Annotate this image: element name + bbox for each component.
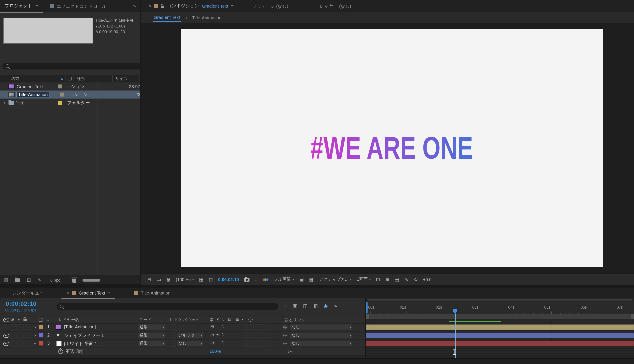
lock-icon[interactable] — [161, 6, 164, 8]
mode-column-label[interactable]: モード — [139, 317, 151, 323]
layer-row-3[interactable]: › 3 [ホワイト 平面 1] 通常▾ なし▾ 串 \ ◎ — [0, 340, 365, 348]
flowchart-icon[interactable]: ⊟ — [147, 277, 151, 282]
layer-row-2[interactable]: › 2 ★ シェイプレイヤー 1 通常▾ アルファ▾ 串 ☀ \ — [0, 331, 365, 340]
project-row-title-animation[interactable]: Title-Animation ...ション 23.970 — [0, 90, 140, 99]
layer-duration-bar[interactable] — [366, 332, 634, 338]
panel-menu-icon[interactable]: ≡ — [231, 4, 234, 8]
project-search-input[interactable] — [3, 63, 141, 70]
quality-icon[interactable]: \ — [222, 324, 223, 329]
tab-timeline-title-animation[interactable]: Title-Animation — [134, 290, 170, 296]
parent-link-column-label[interactable]: 親とリンク — [285, 317, 305, 323]
timeline-search-input[interactable] — [57, 303, 278, 310]
layer-name[interactable]: シェイプレイヤー 1 — [64, 332, 104, 339]
transparency-grid-icon[interactable]: ▦ — [309, 277, 314, 282]
expand-icon[interactable]: › — [33, 324, 37, 330]
blend-mode-select[interactable]: 通常▾ — [138, 332, 165, 338]
panel-menu-icon[interactable]: ≡ — [36, 4, 38, 8]
show-snapshot-icon[interactable]: ◌ — [255, 277, 258, 282]
pixel-aspect-icon[interactable]: ⊡ — [376, 277, 380, 282]
draft-3d-icon[interactable]: ▣ — [293, 303, 297, 309]
work-area-start-marker[interactable] — [366, 302, 367, 314]
parent-pickwhip-icon[interactable]: ◎ — [283, 340, 287, 346]
mask-paths-icon[interactable]: ◻ — [209, 277, 213, 282]
tab-layer[interactable]: レイヤー (なし) — [320, 3, 351, 9]
work-area-bar[interactable] — [366, 314, 634, 319]
quality-icon[interactable]: \ — [222, 340, 223, 345]
exposure-value[interactable]: +0.0 — [423, 277, 431, 282]
grid-guides-icon[interactable]: ▦ — [199, 277, 204, 282]
motion-blur-icon[interactable]: ◉ — [324, 303, 328, 309]
channels-icon[interactable] — [263, 278, 269, 281]
trash-icon[interactable] — [72, 278, 76, 282]
collapse-transform-icon[interactable]: 串 — [210, 324, 214, 330]
stopwatch-icon[interactable] — [58, 349, 63, 354]
composition-canvas[interactable]: #WE ARE ONE — [181, 29, 603, 267]
layer-name[interactable]: [Title-Animation] — [64, 324, 96, 329]
item-name-edit-field[interactable]: Title-Animation — [17, 92, 49, 97]
hide-shy-layers-icon[interactable]: ◫ — [303, 303, 307, 309]
tab-footage[interactable]: フッテージ (なし) — [252, 3, 288, 9]
tab-render-queue[interactable]: レンダーキュー — [12, 290, 44, 296]
tab-timeline-gradient-text[interactable]: × Gradient Text ≡ — [62, 288, 116, 298]
track-matte-select[interactable]: アルファ▾ — [176, 332, 203, 338]
parent-pickwhip-icon[interactable]: ◎ — [283, 324, 287, 330]
resolution-select[interactable]: フル画質▾ — [274, 277, 294, 282]
column-label[interactable] — [66, 75, 74, 82]
project-row-gradient-text[interactable]: Gradient Text ...ション 23.970 ⊞ — [0, 82, 140, 90]
playhead-line[interactable] — [455, 314, 456, 364]
track-matte-column-label[interactable]: トラックマット — [174, 318, 199, 322]
layer-name-column-label[interactable]: レイヤー名 — [59, 317, 79, 323]
timeline-navigator-bar[interactable] — [368, 299, 632, 300]
zoom-select[interactable]: (100 %)▾ — [176, 277, 194, 282]
view-layout-select[interactable]: 1画面▾ — [357, 277, 371, 282]
tab-composition[interactable]: × コンポジション Gradient Text ≡ — [149, 0, 240, 12]
layer-label-chip[interactable] — [39, 341, 43, 345]
column-framerate[interactable]: フレ... — [137, 75, 140, 82]
close-icon[interactable]: × — [149, 4, 151, 8]
expand-icon[interactable]: › — [33, 332, 37, 338]
time-ruler[interactable]: :00s 01s 02s 03s 04s 05s 06s 07s — [366, 301, 634, 315]
bit-depth-label[interactable]: 8 bpc — [50, 278, 60, 282]
new-folder-icon[interactable] — [15, 278, 21, 282]
collapse-transform-icon[interactable]: 串 — [210, 340, 214, 346]
mini-flowchart-icon[interactable]: ∿ — [283, 303, 287, 309]
panel-menu-icon[interactable]: ≡ — [108, 290, 111, 295]
region-of-interest-icon[interactable]: ▣ — [299, 277, 304, 282]
more-panels-icon[interactable]: » — [133, 3, 140, 9]
column-size[interactable]: サイズ — [113, 75, 137, 82]
project-settings-icon[interactable]: ✎ — [37, 277, 41, 283]
fast-previews-icon[interactable]: ≋ — [385, 277, 389, 282]
interpret-footage-icon[interactable]: ▥ — [4, 277, 9, 283]
parent-select[interactable]: なし▾ — [289, 324, 352, 330]
snapshot-icon[interactable] — [244, 278, 249, 282]
monitor-icon[interactable]: ▭ — [156, 277, 161, 282]
parent-select[interactable]: なし▾ — [289, 332, 352, 338]
parent-pickwhip-icon[interactable]: ◎ — [283, 332, 287, 338]
frame-blending-icon[interactable]: ◧ — [313, 303, 318, 309]
close-icon[interactable]: × — [67, 290, 69, 295]
track-matte-select[interactable]: なし▾ — [176, 340, 203, 346]
collapse-transform-icon[interactable]: 串 — [210, 332, 214, 338]
current-timecode[interactable]: 0:00:02:10 — [6, 300, 37, 307]
crumb-active-comp[interactable]: Gradient Text — [153, 14, 181, 22]
eye-icon[interactable] — [3, 342, 10, 346]
label-chip[interactable] — [58, 84, 62, 88]
track-matte-t-label[interactable]: T — [169, 317, 172, 322]
layer-row-1[interactable]: › 1 [Title-Animation] 通常▾ 串 \ ◎ なし▾ — [0, 323, 365, 332]
label-chip[interactable] — [58, 101, 62, 105]
layer-label-chip[interactable] — [39, 325, 43, 329]
eye-icon[interactable] — [3, 334, 10, 338]
property-label[interactable]: 不透明度 — [66, 348, 83, 355]
label-chip[interactable] — [60, 92, 64, 96]
property-value[interactable]: 100% — [209, 348, 221, 354]
blend-mode-select[interactable]: 通常▾ — [138, 340, 165, 346]
expand-icon[interactable]: › — [3, 100, 6, 106]
property-pickwhip-icon[interactable]: ◎ — [288, 348, 292, 354]
horizontal-scrollbar[interactable] — [83, 278, 100, 281]
reset-exposure-icon[interactable]: ↻ — [414, 277, 418, 282]
sort-ascending-icon[interactable]: ▲ — [60, 77, 65, 80]
property-row-opacity[interactable]: 不透明度 100% ◎ — [0, 348, 365, 356]
parent-select[interactable]: なし▾ — [289, 340, 352, 346]
mini-flowchart-icon[interactable]: ∿ — [405, 277, 409, 282]
tab-effect-controls[interactable]: エフェクトコントロール — [50, 3, 107, 9]
